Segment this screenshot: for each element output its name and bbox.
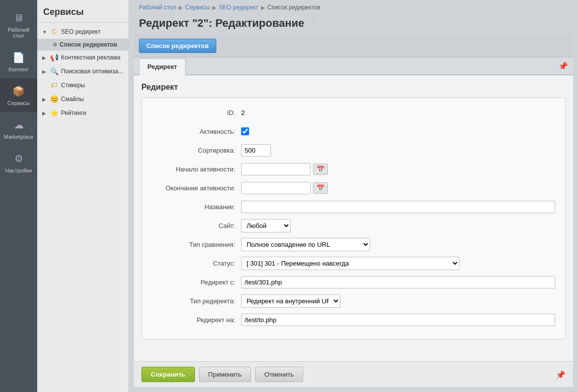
active-checkbox[interactable] <box>241 127 249 135</box>
form-row-compare-type: Тип сравнения: Полное совпадение по URL … <box>152 237 555 251</box>
sidebar-item-seo-optim[interactable]: ▶ 🔍 Поисковая оптимиза... <box>37 64 128 78</box>
sidebar-item-ratings[interactable]: ▶ ⭐ Рейтинги <box>37 106 128 120</box>
sidebar-item-smiles[interactable]: ▶ 😊 Смайлы <box>37 92 128 106</box>
smile-icon: 😊 <box>50 95 59 104</box>
toolbar: Список редиректов <box>134 35 573 57</box>
apply-button[interactable]: Применить <box>199 367 251 382</box>
start-date-input[interactable] <box>241 163 311 175</box>
label-status: Статус: <box>152 260 241 267</box>
content-icon: 📄 <box>12 51 26 64</box>
expand-arrow-icon5: ▶ <box>42 97 47 102</box>
label-compare-type: Тип сравнения: <box>152 241 241 248</box>
cancel-button[interactable]: Отменить <box>255 367 303 382</box>
breadcrumb-services[interactable]: Сервисы <box>185 4 210 11</box>
form-row-site: Сайт: Любой <box>152 219 555 232</box>
form-footer: Сохранить Применить Отменить 📌 <box>134 361 573 387</box>
marketplace-icon: ☁ <box>12 118 26 132</box>
redirect-type-select[interactable]: Редирект на внутренний URL Редирект на в… <box>241 294 340 308</box>
sidebar-item-settings[interactable]: ⚙ Настройки <box>0 146 37 179</box>
footer-pin-icon[interactable]: 📌 <box>556 370 566 379</box>
end-date-picker-button[interactable]: 📅 <box>313 182 328 194</box>
label-site: Сайт: <box>152 222 241 229</box>
breadcrumb-sep2: ▶ <box>212 4 216 11</box>
breadcrumb-seo[interactable]: SEO редирект <box>219 4 258 11</box>
sidebar-item-desktop[interactable]: 🖥 Рабочий стол <box>0 5 37 45</box>
desktop-icon: 🖥 <box>12 11 26 25</box>
active-wrap <box>241 127 555 135</box>
favorite-icon[interactable]: ☆ <box>309 18 317 29</box>
back-to-list-button[interactable]: Список редиректов <box>139 39 216 53</box>
sort-input[interactable] <box>241 144 271 157</box>
name-wrap <box>241 201 555 213</box>
site-select[interactable]: Любой <box>241 219 291 232</box>
label-active: Активность: <box>152 128 241 135</box>
label-id: ID: <box>152 109 241 116</box>
page-title: Редирект "2": Редактирование <box>139 17 304 30</box>
form-row-sort: Сортировка: <box>152 143 555 157</box>
redirect-to-input[interactable] <box>241 314 555 326</box>
main-area: Рабочий стол ▶ Сервисы ▶ SEO редирект ▶ … <box>129 0 578 392</box>
label-redirect-type: Тип редиректа: <box>152 297 241 305</box>
form-row-end-date: Окончание активности: 📅 <box>152 181 555 195</box>
sidebar: Сервисы ▼ © SEO редирект Список редирект… <box>37 0 129 392</box>
expand-arrow-icon2: ▶ <box>42 55 47 60</box>
rating-icon: ⭐ <box>50 109 59 117</box>
sidebar-title: Сервисы <box>37 0 128 23</box>
tab-redirect[interactable]: Редирект <box>139 58 186 75</box>
expand-arrow-icon6: ▶ <box>42 111 47 116</box>
compare-type-select[interactable]: Полное совпадение по URL Начало URL Регу… <box>241 238 370 251</box>
redirect-type-wrap: Редирект на внутренний URL Редирект на в… <box>241 294 555 308</box>
seo-icon: © <box>50 27 59 36</box>
form-section-title: Редирект <box>141 83 566 92</box>
name-input[interactable] <box>241 201 555 213</box>
label-name: Название: <box>152 203 241 211</box>
form-row-status: Статус: [ 301] 301 - Перемещено навсегда… <box>152 256 555 270</box>
sidebar-item-stickers[interactable]: 🏷 Стикеры <box>37 78 128 92</box>
status-wrap: [ 301] 301 - Перемещено навсегда [ 302] … <box>241 257 555 270</box>
end-date-wrap: 📅 <box>241 182 555 194</box>
sticker-icon: 🏷 <box>50 81 59 90</box>
pin-icon[interactable]: 📌 <box>558 61 568 71</box>
label-end-date: Окончание активности: <box>152 184 241 192</box>
form-row-start-date: Начало активности: 📅 <box>152 162 555 176</box>
end-date-input[interactable] <box>241 182 311 194</box>
sidebar-item-marketplace[interactable]: ☁ Marketplace <box>0 112 37 146</box>
form-row-redirect-type: Тип редиректа: Редирект на внутренний UR… <box>152 294 555 308</box>
label-redirect-from: Редирект с: <box>152 279 241 286</box>
sidebar-item-services[interactable]: 📦 Сервисы <box>0 78 37 112</box>
compare-type-wrap: Полное совпадение по URL Начало URL Регу… <box>241 238 555 251</box>
redirect-from-wrap <box>241 276 555 288</box>
form-row-active: Активность: <box>152 124 555 138</box>
start-date-picker-button[interactable]: 📅 <box>313 164 328 175</box>
status-select[interactable]: [ 301] 301 - Перемещено навсегда [ 302] … <box>241 257 459 270</box>
bullet-icon <box>53 43 57 47</box>
sidebar-item-context-ads[interactable]: ▶ 📢 Контекстная реклама <box>37 51 128 64</box>
breadcrumb-desktop[interactable]: Рабочий стол <box>139 4 176 11</box>
ad-icon: 📢 <box>50 53 59 62</box>
sidebar-item-content[interactable]: 📄 Контент <box>0 45 37 78</box>
form-row-redirect-to: Редирект на: <box>152 313 555 327</box>
form-container: Редирект ID: 2 Активность: <box>134 75 573 361</box>
redirect-from-input[interactable] <box>241 276 555 288</box>
expand-arrow-icon3: ▶ <box>42 69 47 74</box>
content-area: Список редиректов Редирект 📌 Редирект ID… <box>134 35 573 387</box>
seo2-icon: 🔍 <box>50 67 59 76</box>
save-button[interactable]: Сохранить <box>141 367 195 382</box>
breadcrumb-sep3: ▶ <box>261 4 265 11</box>
id-value: 2 <box>241 109 555 116</box>
sidebar-subitem-redirect-list[interactable]: Список редиректов <box>37 39 128 51</box>
start-date-wrap: 📅 <box>241 163 555 175</box>
label-sort: Сортировка: <box>152 147 241 154</box>
breadcrumb-current: Список редиректов <box>267 4 321 11</box>
breadcrumb-sep1: ▶ <box>179 4 183 11</box>
breadcrumb: Рабочий стол ▶ Сервисы ▶ SEO редирект ▶ … <box>129 0 578 15</box>
icon-bar: 🖥 Рабочий стол 📄 Контент 📦 Сервисы ☁ Mar… <box>0 0 37 392</box>
form-row-id: ID: 2 <box>152 106 555 119</box>
services-icon: 📦 <box>12 84 26 98</box>
label-redirect-to: Редирект на: <box>152 316 241 324</box>
form-row-redirect-from: Редирект с: <box>152 275 555 289</box>
page-title-bar: Редирект "2": Редактирование ☆ <box>129 15 578 35</box>
sidebar-section-seo: ▼ © SEO редирект Список редиректов ▶ 📢 К… <box>37 23 128 122</box>
tab-bar: Редирект 📌 <box>134 57 573 75</box>
sidebar-item-seo-redirect[interactable]: ▼ © SEO редирект <box>37 25 128 39</box>
